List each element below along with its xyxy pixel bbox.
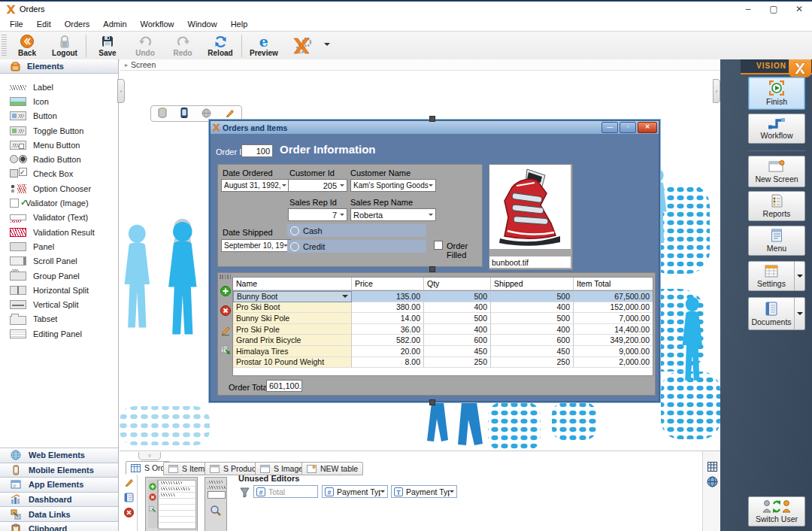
date-ordered-dropdown[interactable]: August 31, 1992, 12:00: [221, 179, 289, 192]
undo-button[interactable]: Undo: [126, 32, 164, 60]
palette-item-validation-result[interactable]: Validation Result: [0, 225, 118, 239]
edit-pencil-icon[interactable]: [124, 478, 134, 487]
screen-tab[interactable]: ▸ Screen: [120, 59, 720, 71]
cell-name[interactable]: Pro Ski Pole: [233, 324, 352, 335]
menu-window[interactable]: Window: [181, 20, 224, 29]
logout-button[interactable]: Logout: [46, 32, 83, 60]
menu-button[interactable]: Menu: [748, 226, 805, 256]
table-row[interactable]: Grand Prix Bicycle 582.00 600 600 349,20…: [233, 335, 653, 346]
palette-item-radio-button[interactable]: Radio Button: [0, 152, 118, 166]
editor-payment-type-id-dropdown[interactable]: # Payment Type Id: [322, 485, 388, 498]
palette-item-check-box[interactable]: Check Box: [0, 167, 118, 181]
menu-edit[interactable]: Edit: [30, 20, 58, 29]
resize-handle-top[interactable]: [429, 116, 435, 122]
credit-option[interactable]: Credit: [287, 240, 426, 253]
cell-shipped[interactable]: 500: [491, 291, 574, 302]
settings-button[interactable]: Settings: [748, 261, 805, 291]
palette-item-validator-text[interactable]: Validator (Text): [0, 211, 118, 225]
palette-item-editing-panel[interactable]: Editing Panel: [0, 326, 118, 341]
cash-option[interactable]: Cash: [287, 224, 426, 237]
globe-view-icon[interactable]: [707, 476, 718, 487]
palette-item-toggle-button[interactable]: Toggle Button: [0, 123, 118, 138]
cell-qty[interactable]: 500: [424, 291, 491, 302]
menu-workflow[interactable]: Workflow: [134, 20, 181, 29]
notebook-icon[interactable]: [124, 493, 134, 502]
editor-payment-type-dropdown[interactable]: T Payment Type: [391, 485, 457, 498]
globe-preview-icon[interactable]: [201, 108, 211, 120]
palette-item-option-chooser[interactable]: Option Chooser: [0, 181, 118, 196]
preview-button[interactable]: e Preview: [244, 32, 283, 60]
reload-button[interactable]: Reload: [201, 32, 239, 60]
section-app-elements[interactable]: App Elements: [0, 477, 118, 492]
vision-logo-tab[interactable]: [789, 59, 811, 77]
workflow-button[interactable]: Workflow: [748, 114, 805, 144]
table-row[interactable]: Bunny Boot 135.00 500 500 67,500.00: [233, 291, 653, 302]
import-rows-icon[interactable]: [220, 344, 231, 355]
database-icon[interactable]: [158, 108, 167, 120]
delete-icon[interactable]: [124, 508, 134, 517]
dock-tab-new-table[interactable]: NEW table: [301, 462, 363, 475]
grid-view-icon[interactable]: [707, 462, 717, 472]
palette-item-icon[interactable]: Icon: [0, 94, 118, 108]
sales-rep-name-dropdown[interactable]: Roberta: [350, 208, 436, 221]
col-item-total[interactable]: Item Total: [574, 278, 653, 290]
section-mobile-elements[interactable]: Mobile Elements: [0, 463, 118, 478]
new-screen-button[interactable]: New Screen: [748, 156, 805, 187]
add-row-icon[interactable]: [220, 286, 231, 296]
section-web-elements[interactable]: Web Elements: [0, 448, 118, 463]
toolbar-overflow-icon[interactable]: [324, 43, 330, 49]
customer-name-dropdown[interactable]: Kam's Sporting Goods: [350, 179, 436, 192]
palette-item-menu-button[interactable]: Menu Button: [0, 138, 118, 152]
cell-name[interactable]: Himalaya Tires: [233, 346, 352, 357]
cell-name[interactable]: Bunny Ski Pole: [233, 313, 352, 324]
order-filled-checkbox[interactable]: [434, 241, 443, 250]
back-button[interactable]: Back: [8, 32, 46, 60]
resize-handle-bottom[interactable]: [429, 399, 435, 405]
panel-grip[interactable]: [220, 275, 231, 279]
palette-header[interactable]: Elements: [0, 59, 118, 74]
search-thumbnail[interactable]: [205, 477, 227, 531]
date-shipped-dropdown[interactable]: September 10, 1992, 1: [221, 239, 291, 252]
vision-app-button[interactable]: [283, 32, 321, 60]
dialog-close-button[interactable]: ✕: [638, 122, 657, 133]
palette-item-group-panel[interactable]: Group Panel: [0, 269, 118, 283]
toolbar-grip[interactable]: [2, 35, 7, 57]
table-row[interactable]: Pro Ski Boot 380.00 400 400 152,000.00: [233, 302, 653, 314]
cell-name[interactable]: Grand Prix Bicycle: [233, 335, 352, 346]
save-button[interactable]: Save: [89, 32, 126, 60]
section-dashboard[interactable]: Dashboard: [0, 492, 118, 507]
delete-row-icon[interactable]: [220, 305, 231, 316]
col-shipped[interactable]: Shipped: [491, 278, 574, 290]
filter-funnel-icon[interactable]: [240, 487, 250, 498]
table-row[interactable]: Bunny Ski Pole 14.00 500 500 7,000.00: [233, 313, 653, 324]
col-name[interactable]: Name: [233, 278, 352, 290]
palette-item-horizontal-split[interactable]: Horizontal Split: [0, 283, 118, 297]
order-id-field[interactable]: 100: [241, 144, 273, 157]
documents-dropdown-icon[interactable]: [794, 298, 804, 329]
palette-item-scroll-panel[interactable]: Scroll Panel: [0, 254, 118, 269]
sales-rep-id-dropdown[interactable]: 7: [288, 208, 347, 221]
cash-radio-icon[interactable]: [290, 226, 299, 235]
palette-item-label[interactable]: Label: [0, 80, 118, 94]
dialog-titlebar[interactable]: Orders and Items — ▫ ✕: [211, 121, 659, 134]
palette-item-validator-image[interactable]: Validator (Image): [0, 196, 118, 210]
titlebar[interactable]: Orders – ▢ ✕: [0, 2, 812, 17]
edit-pencil-icon[interactable]: [225, 108, 235, 120]
finish-button[interactable]: Finish: [748, 77, 805, 110]
dialog-restore-button[interactable]: ▫: [620, 122, 636, 133]
customer-id-dropdown[interactable]: 205: [288, 179, 347, 192]
menu-orders[interactable]: Orders: [58, 20, 97, 29]
palette-item-panel[interactable]: Panel: [0, 239, 118, 253]
col-price[interactable]: Price: [352, 278, 424, 290]
palette-item-tabset[interactable]: Tabset: [0, 312, 118, 326]
orders-and-items-dialog[interactable]: Orders and Items — ▫ ✕ Order Id 100 Orde…: [209, 120, 660, 402]
cell-item-total[interactable]: 67,500.00: [574, 291, 653, 302]
menu-admin[interactable]: Admin: [96, 20, 133, 29]
cell-name[interactable]: Prostar 10 Pound Weight: [233, 357, 352, 369]
order-total-field[interactable]: 601,100.: [266, 380, 302, 392]
dock-collapse-handle[interactable]: ▿: [138, 452, 161, 460]
dock-tab-s-item[interactable]: S Item: [163, 462, 210, 475]
section-clipboard[interactable]: Clipboard: [0, 521, 118, 531]
cell-name[interactable]: Pro Ski Boot: [233, 302, 352, 314]
dataset-thumbnail-grid[interactable]: [145, 477, 198, 531]
